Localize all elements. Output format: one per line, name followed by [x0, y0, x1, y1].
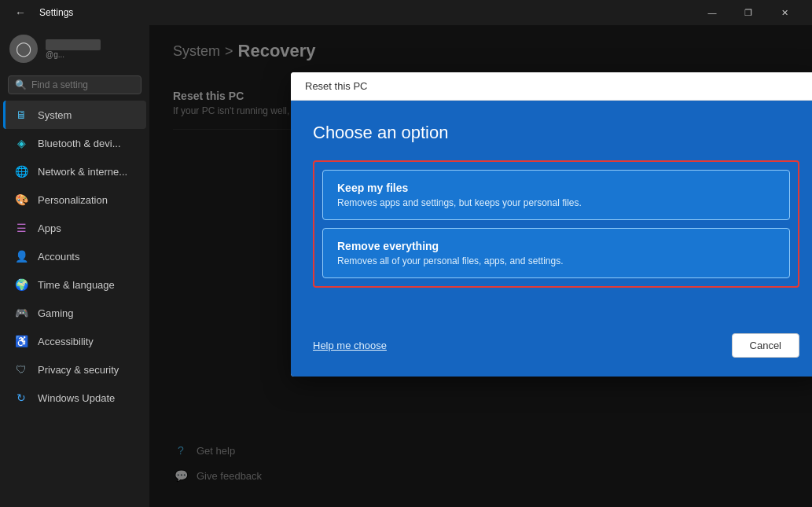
close-button[interactable]: ✕: [766, 0, 803, 25]
bluetooth-icon: ◈: [14, 136, 28, 150]
sidebar-item-update[interactable]: ↻ Windows Update: [3, 384, 146, 412]
sidebar-item-label: Network & interne...: [38, 166, 127, 178]
sidebar-item-label: Personalization: [38, 194, 108, 206]
user-info: @g...: [46, 39, 101, 59]
accessibility-icon: ♿: [14, 334, 28, 348]
help-choose-link[interactable]: Help me choose: [313, 340, 387, 351]
main-content: System > Recovery Reset this PC If your …: [149, 25, 812, 507]
dialog-header: Reset this PC: [291, 72, 812, 101]
app-body: ◯ @g... 🔍 🖥 System ◈ Bluetooth & devi...…: [0, 25, 812, 507]
remove-everything-button[interactable]: Remove everything Removes all of your pe…: [322, 228, 790, 278]
personalization-icon: 🎨: [14, 193, 28, 207]
shield-icon: 🛡: [14, 362, 28, 377]
accounts-icon: 👤: [14, 249, 28, 263]
sidebar-item-label: Gaming: [38, 307, 74, 319]
sidebar-item-system[interactable]: 🖥 System: [3, 101, 146, 129]
window-controls: — ❐ ✕: [694, 0, 803, 25]
avatar: ◯: [9, 35, 38, 63]
reset-dialog: Reset this PC Choose an option Keep my f…: [291, 72, 812, 377]
apps-icon: ☰: [14, 221, 28, 235]
user-name-bar: [46, 39, 101, 50]
back-button[interactable]: ←: [9, 2, 31, 24]
sidebar-item-time[interactable]: 🌍 Time & language: [3, 270, 146, 299]
sidebar-item-label: Windows Update: [38, 392, 115, 404]
sidebar-item-accessibility[interactable]: ♿ Accessibility: [3, 327, 146, 355]
sidebar-item-label: Privacy & security: [38, 364, 119, 376]
sidebar-item-label: Accounts: [38, 251, 79, 263]
remove-everything-title: Remove everything: [337, 240, 775, 252]
gaming-icon: 🎮: [14, 306, 28, 320]
sidebar-item-bluetooth[interactable]: ◈ Bluetooth & devi...: [3, 129, 146, 157]
cancel-button[interactable]: Cancel: [732, 333, 799, 358]
sidebar-item-label: Time & language: [38, 279, 115, 291]
sidebar-item-personalization[interactable]: 🎨 Personalization: [3, 186, 146, 214]
app-title: Settings: [39, 7, 73, 18]
network-icon: 🌐: [14, 164, 28, 178]
sidebar-item-label: System: [38, 109, 72, 121]
system-icon: 🖥: [14, 108, 28, 122]
keep-files-title: Keep my files: [337, 182, 775, 194]
sidebar-item-label: Accessibility: [38, 336, 94, 347]
keep-files-button[interactable]: Keep my files Removes apps and settings,…: [322, 170, 790, 220]
dialog-header-title: Reset this PC: [305, 80, 367, 92]
dialog-body: Choose an option Keep my files Removes a…: [291, 101, 812, 333]
search-icon: 🔍: [15, 79, 27, 90]
sidebar-item-gaming[interactable]: 🎮 Gaming: [3, 299, 146, 327]
update-icon: ↻: [14, 391, 28, 405]
keep-files-desc: Removes apps and settings, but keeps you…: [337, 197, 775, 208]
sidebar-item-apps[interactable]: ☰ Apps: [3, 214, 146, 242]
dialog-footer: Help me choose Cancel: [291, 333, 812, 377]
time-icon: 🌍: [14, 277, 28, 292]
search-box[interactable]: 🔍: [8, 75, 141, 94]
title-bar-left: ← Settings: [9, 2, 73, 24]
maximize-button[interactable]: ❐: [730, 0, 766, 25]
remove-everything-desc: Removes all of your personal files, apps…: [337, 255, 775, 266]
user-email: @g...: [46, 50, 101, 59]
title-bar: ← Settings — ❐ ✕: [0, 0, 812, 25]
sidebar-item-privacy[interactable]: 🛡 Privacy & security: [3, 355, 146, 384]
sidebar-item-accounts[interactable]: 👤 Accounts: [3, 242, 146, 270]
dialog-title: Choose an option: [313, 123, 799, 143]
sidebar: ◯ @g... 🔍 🖥 System ◈ Bluetooth & devi...…: [0, 25, 149, 507]
search-input[interactable]: [31, 79, 134, 90]
minimize-button[interactable]: —: [694, 0, 730, 25]
sidebar-item-label: Bluetooth & devi...: [38, 138, 121, 149]
sidebar-item-label: Apps: [38, 222, 61, 234]
user-section: ◯ @g...: [0, 28, 149, 72]
options-container: Keep my files Removes apps and settings,…: [313, 160, 799, 288]
sidebar-item-network[interactable]: 🌐 Network & interne...: [3, 157, 146, 186]
